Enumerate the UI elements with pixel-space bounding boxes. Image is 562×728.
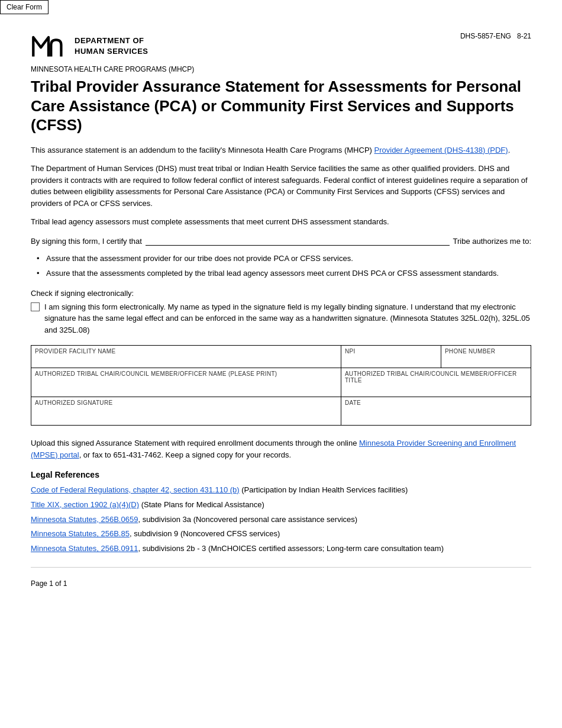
legal-ref-2: Title XIX, section 1902 (a)(4)(D) (State… <box>31 499 531 511</box>
legal-ref-3-link[interactable]: Minnesota Statutes, 256B.0659 <box>31 515 138 524</box>
dept-name: DEPARTMENT OF HUMAN SERVICES <box>75 36 148 57</box>
authorized-name-cell: AUTHORIZED TRIBAL CHAIR/COUNCIL MEMBER/O… <box>31 368 341 397</box>
legal-ref-1-link[interactable]: Code of Federal Regulations, chapter 42,… <box>31 485 240 494</box>
electronic-checkbox[interactable] <box>31 302 40 311</box>
legal-ref-4: Minnesota Statutes, 256B.85, subdivision… <box>31 528 531 540</box>
page-title: Tribal Provider Assurance Statement for … <box>31 77 531 135</box>
electronic-checkbox-text: I am signing this form electronically. M… <box>44 301 531 336</box>
legal-ref-2-link[interactable]: Title XIX, section 1902 (a)(4)(D) <box>31 500 139 509</box>
footer-divider <box>31 567 531 568</box>
phone-number-cell: PHONE NUMBER <box>441 346 531 368</box>
bullet-2: Assure that the assessments completed by… <box>37 268 531 279</box>
electronic-checkbox-row: I am signing this form electronically. M… <box>31 301 531 336</box>
intro-para-3: Tribal lead agency assessors must comple… <box>31 216 531 228</box>
legal-ref-5-link[interactable]: Minnesota Statutes, 256B.0911 <box>31 544 138 553</box>
tribe-name-field[interactable] <box>146 235 450 246</box>
provider-agreement-link[interactable]: Provider Agreement (DHS-4138) (PDF) <box>374 146 508 154</box>
legal-references-title: Legal References <box>31 470 531 479</box>
certify-line: By signing this form, I certify that Tri… <box>31 235 531 246</box>
provider-facility-name-cell: PROVIDER FACILITY NAME <box>31 346 341 368</box>
intro-para-1: This assurance statement is an addendum … <box>31 144 531 156</box>
date-cell: DATE <box>341 397 531 426</box>
legal-ref-3: Minnesota Statutes, 256B.0659, subdivisi… <box>31 514 531 526</box>
upload-section: Upload this signed Assurance Statement w… <box>31 437 531 460</box>
electronic-signing-section: Check if signing electronically: I am si… <box>31 289 531 336</box>
legal-ref-4-link[interactable]: Minnesota Statutes, 256B.85 <box>31 529 130 538</box>
form-number: DHS-5857-ENG 8-21 <box>460 32 531 40</box>
page-header: DEPARTMENT OF HUMAN SERVICES DHS-5857-EN… <box>31 32 531 60</box>
legal-ref-1: Code of Federal Regulations, chapter 42,… <box>31 484 531 497</box>
logo-area: DEPARTMENT OF HUMAN SERVICES <box>31 32 148 60</box>
electronic-label: Check if signing electronically: <box>31 289 531 298</box>
program-label: MINNESOTA HEALTH CARE PROGRAMS (MHCP) <box>31 65 531 73</box>
assurance-bullets: Assure that the assessment provider for … <box>31 253 531 279</box>
authorized-signature-cell: AUTHORIZED SIGNATURE <box>31 397 341 426</box>
intro-para-2: The Department of Human Services (DHS) m… <box>31 163 531 209</box>
bullet-1: Assure that the assessment provider for … <box>37 253 531 265</box>
clear-form-button[interactable]: Clear Form <box>0 0 49 14</box>
page-footer: Page 1 of 1 <box>31 579 531 588</box>
npi-cell: NPI <box>341 346 441 368</box>
legal-references-section: Legal References Code of Federal Regulat… <box>31 470 531 555</box>
provider-info-table: PROVIDER FACILITY NAME NPI PHONE NUMBER … <box>31 345 531 426</box>
dhs-logo-icon <box>31 32 66 60</box>
legal-ref-5: Minnesota Statutes, 256B.0911, subdivisi… <box>31 543 531 555</box>
authorized-title-cell: AUTHORIZED TRIBAL CHAIR/COUNCIL MEMBER/O… <box>341 368 531 397</box>
